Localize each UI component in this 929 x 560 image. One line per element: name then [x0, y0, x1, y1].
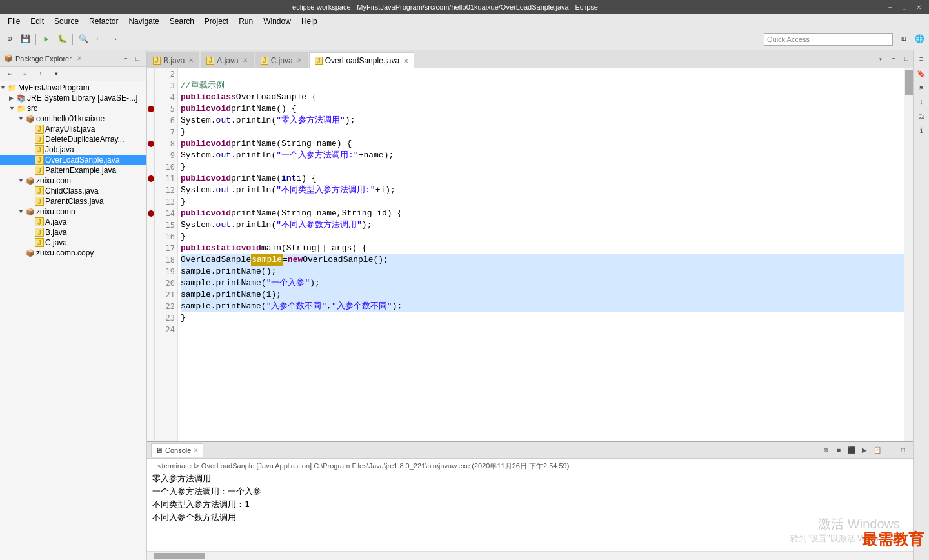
code-line: public void printName(String name,String…: [181, 208, 904, 219]
breakpoint-marker: [147, 185, 154, 196]
code-content[interactable]: //重载示例public class OverLoadSanple { publ…: [178, 68, 904, 441]
tab-minimize-btn[interactable]: −: [887, 53, 900, 66]
editor-tab[interactable]: JB.java✕: [147, 52, 199, 68]
rs-diff-icon[interactable]: ↕: [915, 95, 928, 108]
tree-item[interactable]: ▼📦zuixu.com: [0, 175, 146, 186]
line-number: 16: [155, 231, 177, 243]
rs-tasks-icon[interactable]: ≡: [915, 53, 928, 66]
toolbar-debug-btn[interactable]: 🐛: [55, 32, 69, 46]
toolbar-perspective-btn[interactable]: ⊞: [897, 32, 911, 46]
menu-source[interactable]: Source: [49, 15, 84, 27]
sidebar-sync-btn[interactable]: ↕: [34, 67, 48, 81]
tree-item[interactable]: JB.java: [0, 227, 146, 237]
line-number: 8: [155, 138, 177, 150]
menu-window[interactable]: Window: [258, 15, 296, 27]
tree-item[interactable]: ▶📚JRE System Library [JavaSE-...]: [0, 93, 146, 103]
tree-item[interactable]: ▼📁MyFirstJavaProgram: [0, 83, 146, 93]
console-maximize-btn[interactable]: □: [897, 445, 909, 456]
console-collapse-btn[interactable]: −: [884, 445, 896, 456]
tree-item[interactable]: ▼📦com.hello01kuaixue: [0, 114, 146, 124]
tab-close-btn[interactable]: ✕: [243, 57, 248, 64]
tree-item[interactable]: JA.java: [0, 217, 146, 227]
sidebar-close-icon[interactable]: ✕: [77, 55, 82, 62]
console-rerun-btn[interactable]: ▶: [859, 445, 870, 456]
editor-vscroll[interactable]: [904, 68, 913, 441]
code-line: sample.printName("入参个数不同","入参个数不同");: [181, 301, 904, 312]
line-number: 24: [155, 324, 177, 335]
vscroll-thumb[interactable]: [905, 70, 913, 95]
tree-arrow-icon: ▼: [18, 208, 26, 215]
menu-search[interactable]: Search: [165, 15, 199, 27]
tree-item[interactable]: JJob.java: [0, 145, 146, 155]
tree-item[interactable]: JParentClass.java: [0, 196, 146, 206]
tree-item[interactable]: ▼📦zuixu.comn: [0, 206, 146, 217]
breakpoint-marker: [147, 219, 154, 231]
quick-access-input[interactable]: Quick Access: [764, 33, 893, 46]
rs-javadoc-icon[interactable]: ℹ: [915, 124, 928, 137]
breakpoint-marker: [147, 324, 154, 335]
editor-tab[interactable]: JA.java✕: [201, 52, 253, 68]
tree-item[interactable]: JChildClass.java: [0, 186, 146, 196]
toolbar-fwd-btn[interactable]: →: [107, 32, 121, 46]
tree-item[interactable]: ▼📁src: [0, 103, 146, 114]
editor-hscroll[interactable]: [147, 551, 913, 560]
menu-project[interactable]: Project: [199, 15, 234, 27]
toolbar-new-btn[interactable]: ⊕: [3, 32, 17, 46]
tree-item[interactable]: JC.java: [0, 237, 146, 248]
tab-close-btn[interactable]: ✕: [403, 57, 408, 65]
close-button[interactable]: ✕: [914, 2, 924, 12]
sidebar-maximize-btn[interactable]: □: [132, 54, 143, 64]
console-clear-btn[interactable]: ⊗: [820, 445, 832, 456]
line-number: 14: [155, 208, 177, 219]
code-line: public void printName(int i) {: [181, 173, 904, 185]
menu-help[interactable]: Help: [296, 15, 323, 27]
hscroll-thumb[interactable]: [154, 553, 205, 559]
tab-close-btn[interactable]: ✕: [188, 57, 194, 64]
console-tab[interactable]: 🖥 Console ✕: [151, 443, 203, 457]
console-tab-close[interactable]: ✕: [194, 447, 199, 454]
tab-bar: JB.java✕JA.java✕JC.java✕JOverLoadSanple.…: [147, 50, 913, 68]
rs-bookmarks-icon[interactable]: 🔖: [915, 67, 928, 80]
menu-file[interactable]: File: [3, 15, 25, 27]
toolbar-workspace-btn[interactable]: 🌐: [912, 32, 926, 46]
tree-item[interactable]: JOverLoadSanple.java: [0, 155, 146, 165]
menu-navigate[interactable]: Navigate: [123, 15, 164, 27]
maximize-button[interactable]: □: [899, 2, 910, 12]
menu-refactor[interactable]: Refactor: [84, 15, 123, 27]
rs-markers-icon[interactable]: ⚑: [915, 81, 928, 94]
sidebar-collapse-btn[interactable]: ⇐: [3, 67, 17, 81]
toolbar-save-btn[interactable]: 💾: [18, 32, 32, 46]
line-number: 17: [155, 243, 177, 254]
line-numbers: 23456789101112131415161718192021222324: [155, 68, 178, 441]
sidebar-menu-btn[interactable]: ▾: [49, 67, 63, 81]
tree-item[interactable]: 📦zuixu.comn.copy: [0, 248, 146, 258]
toolbar-run-btn[interactable]: ▶: [39, 32, 54, 46]
breakpoint-marker: [147, 289, 154, 301]
menu-edit[interactable]: Edit: [25, 15, 49, 27]
line-number: 21: [155, 289, 177, 301]
rs-outline-icon[interactable]: 🗂: [915, 110, 928, 123]
tree-item-icon: J: [35, 155, 44, 165]
tree-item[interactable]: JArrayUlist.java: [0, 124, 146, 134]
minimize-button[interactable]: −: [885, 2, 895, 12]
code-line: [181, 68, 904, 80]
breakpoint-marker: [147, 92, 154, 103]
sidebar-expand-btn[interactable]: ⇒: [18, 67, 32, 81]
tree-item[interactable]: JPaiternExample.java: [0, 165, 146, 175]
sidebar-minimize-btn[interactable]: −: [121, 54, 131, 64]
editor-tab[interactable]: JC.java✕: [255, 52, 308, 68]
console-copy-btn[interactable]: 📋: [872, 445, 883, 456]
tab-list-btn[interactable]: ▾: [874, 53, 887, 66]
line-number: 11: [155, 173, 177, 185]
console-terminate-btn[interactable]: ⬛: [846, 445, 857, 456]
breakpoint-marker: [147, 68, 154, 80]
tree-item[interactable]: JDeleteDuplicateArray...: [0, 134, 146, 145]
editor-tab[interactable]: JOverLoadSanple.java✕: [309, 52, 414, 68]
tab-maximize-btn[interactable]: □: [900, 53, 913, 66]
menu-run[interactable]: Run: [234, 15, 258, 27]
package-tree: ▼📁MyFirstJavaProgram▶📚JRE System Library…: [0, 81, 146, 560]
toolbar-search-btn[interactable]: 🔍: [76, 32, 90, 46]
toolbar-back-btn[interactable]: ←: [92, 32, 106, 46]
tab-close-btn[interactable]: ✕: [297, 57, 302, 64]
console-stop-btn[interactable]: ■: [833, 445, 844, 456]
